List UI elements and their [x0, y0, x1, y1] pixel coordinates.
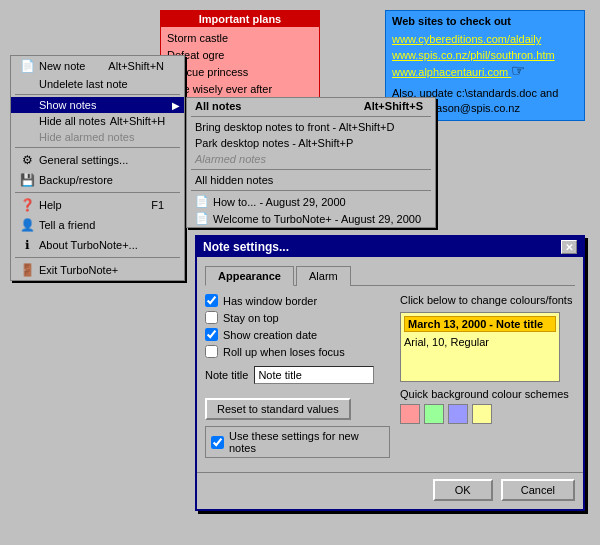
menu-label: Help — [39, 199, 62, 211]
tab-bar: Appearance Alarm — [205, 265, 575, 286]
titlebar-buttons: ✕ — [561, 240, 577, 254]
menu-label: Show notes — [19, 99, 96, 111]
menu-label: Hide alarmed notes — [19, 131, 134, 143]
menu-separator — [15, 94, 180, 95]
color-swatches — [400, 404, 575, 424]
submenu-welcome[interactable]: 📄 Welcome to TurboNote+ - August 29, 200… — [187, 210, 435, 227]
submenu-park[interactable]: Park desktop notes - Alt+Shift+P — [187, 135, 435, 151]
checkbox-roll-up: Roll up when loses focus — [205, 345, 390, 358]
window-border-label: Has window border — [223, 295, 317, 307]
swatch-red[interactable] — [400, 404, 420, 424]
exit-icon: 🚪 — [19, 262, 35, 278]
shortcut: Alt+Shift+N — [108, 60, 164, 72]
menu-item-exit[interactable]: 🚪 Exit TurboNote+ — [11, 260, 184, 280]
submenu-all-hidden[interactable]: All hidden notes — [187, 172, 435, 188]
tab-appearance[interactable]: Appearance — [205, 266, 294, 286]
web-link-1[interactable]: www.cybereditions.com/aldaily — [392, 31, 578, 47]
web-link-3[interactable]: www.alphacentauri.com ☞ — [392, 63, 578, 80]
checkbox-window-border: Has window border — [205, 294, 390, 307]
use-settings-label: Use these settings for new notes — [229, 430, 384, 454]
submenu-label: How to... - August 29, 2000 — [213, 196, 346, 208]
use-settings-checkbox[interactable] — [211, 436, 224, 449]
important-plans-title: Important plans — [161, 11, 319, 27]
menu-item-about[interactable]: ℹ About TurboNote+... — [11, 235, 184, 255]
window-border-checkbox[interactable] — [205, 294, 218, 307]
dialog-footer: OK Cancel — [197, 472, 583, 509]
shortcut: F1 — [151, 199, 164, 211]
use-settings-row: Use these settings for new notes — [205, 426, 390, 458]
left-column: Has window border Stay on top Show creat… — [205, 294, 390, 458]
close-button[interactable]: ✕ — [561, 240, 577, 254]
tab-alarm[interactable]: Alarm — [296, 266, 351, 286]
submenu-arrow-icon: ▶ — [172, 100, 180, 111]
menu-label: Hide all notes — [19, 115, 106, 127]
list-item: Rescue princess — [167, 64, 313, 81]
menu-separator — [15, 147, 180, 148]
cancel-button[interactable]: Cancel — [501, 479, 575, 501]
shortcut: Alt+Shift+S — [364, 100, 427, 112]
submenu-alarmed: Alarmed notes — [187, 151, 435, 167]
menu-separator — [15, 192, 180, 193]
dialog-titlebar: Note settings... ✕ — [197, 237, 583, 257]
right-column: Click below to change colours/fonts Marc… — [400, 294, 575, 458]
roll-up-checkbox[interactable] — [205, 345, 218, 358]
menu-item-general[interactable]: ⚙ General settings... — [11, 150, 184, 170]
reset-button[interactable]: Reset to standard values — [205, 398, 351, 420]
show-notes-submenu: All notes Alt+Shift+S Bring desktop note… — [186, 97, 436, 228]
backup-icon: 💾 — [19, 172, 35, 188]
note-title-input[interactable] — [254, 366, 374, 384]
submenu-all-notes[interactable]: All notes Alt+Shift+S — [187, 98, 435, 114]
menu-item-show-notes[interactable]: Show notes ▶ All notes Alt+Shift+S Bring… — [11, 97, 184, 113]
show-creation-checkbox[interactable] — [205, 328, 218, 341]
web-sites-title: Web sites to check out — [392, 15, 578, 27]
menu-item-help[interactable]: ❓ Help F1 — [11, 195, 184, 215]
context-menu: 📄 New note Alt+Shift+N Undelete last not… — [10, 55, 185, 281]
menu-label: Tell a friend — [39, 219, 95, 231]
checkbox-stay-on-top: Stay on top — [205, 311, 390, 324]
submenu-label: All hidden notes — [195, 174, 273, 186]
dialog-title: Note settings... — [203, 240, 289, 254]
menu-label: General settings... — [39, 154, 128, 166]
show-creation-label: Show creation date — [223, 329, 317, 341]
swatch-yellow[interactable] — [472, 404, 492, 424]
submenu-label: Bring desktop notes to front - Alt+Shift… — [195, 121, 394, 133]
list-item: Defeat ogre — [167, 47, 313, 64]
menu-item-undelete[interactable]: Undelete last note — [11, 76, 184, 92]
menu-label: Exit TurboNote+ — [39, 264, 118, 276]
settings-icon: ⚙ — [19, 152, 35, 168]
list-item: Rule wisely ever after — [167, 81, 313, 98]
stay-on-top-checkbox[interactable] — [205, 311, 218, 324]
list-item: Storm castle — [167, 30, 313, 47]
submenu-separator — [191, 169, 431, 170]
new-note-icon: 📄 — [19, 58, 35, 74]
note-title-label: Note title — [205, 369, 248, 381]
note-icon: 📄 — [195, 195, 209, 208]
swatch-green[interactable] — [424, 404, 444, 424]
preview-box[interactable]: March 13, 2000 - Note title Arial, 10, R… — [400, 312, 560, 382]
menu-item-new-note[interactable]: 📄 New note Alt+Shift+N — [11, 56, 184, 76]
ok-button[interactable]: OK — [433, 479, 493, 501]
menu-separator — [15, 257, 180, 258]
web-link-2[interactable]: www.spis.co.nz/phil/southron.htm — [392, 47, 578, 63]
friend-icon: 👤 — [19, 217, 35, 233]
dialog-body: Appearance Alarm Has window border Stay … — [197, 257, 583, 466]
submenu-label: Alarmed notes — [195, 153, 266, 165]
submenu-label: Welcome to TurboNote+ - August 29, 2000 — [213, 213, 421, 225]
stay-on-top-label: Stay on top — [223, 312, 279, 324]
note-icon: 📄 — [195, 212, 209, 225]
menu-item-hide-all[interactable]: Hide all notes Alt+Shift+H — [11, 113, 184, 129]
submenu-label: Park desktop notes - Alt+Shift+P — [195, 137, 353, 149]
submenu-bring-front[interactable]: Bring desktop notes to front - Alt+Shift… — [187, 119, 435, 135]
menu-label: About TurboNote+... — [39, 239, 138, 251]
note-title-row: Note title — [205, 366, 390, 384]
roll-up-label: Roll up when loses focus — [223, 346, 345, 358]
submenu-separator — [191, 190, 431, 191]
menu-label: New note — [39, 60, 85, 72]
menu-item-tell-friend[interactable]: 👤 Tell a friend — [11, 215, 184, 235]
shortcut: Alt+Shift+H — [110, 115, 166, 127]
menu-item-backup[interactable]: 💾 Backup/restore — [11, 170, 184, 190]
dialog-content: Has window border Stay on top Show creat… — [205, 294, 575, 458]
checkbox-show-creation: Show creation date — [205, 328, 390, 341]
submenu-how-to[interactable]: 📄 How to... - August 29, 2000 — [187, 193, 435, 210]
swatch-blue[interactable] — [448, 404, 468, 424]
